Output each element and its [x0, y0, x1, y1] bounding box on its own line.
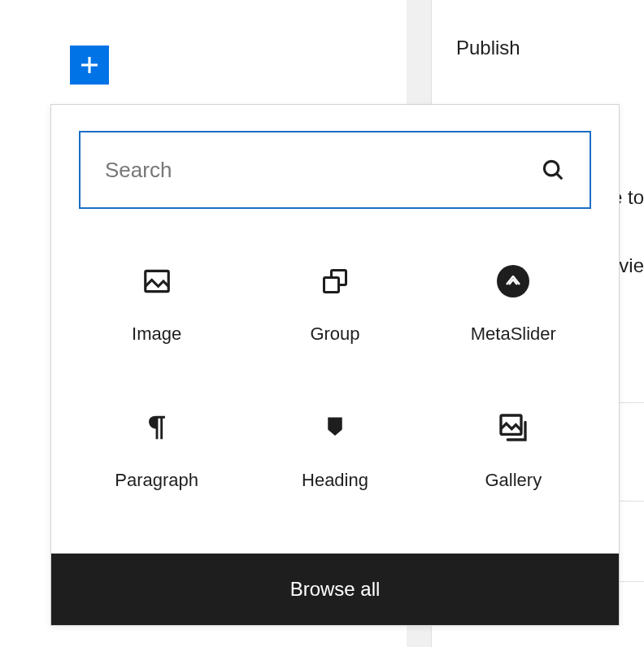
block-item-metaslider[interactable]: MetaSlider — [424, 232, 603, 378]
heading-icon — [319, 411, 351, 444]
plus-icon — [77, 53, 102, 77]
block-item-paragraph[interactable]: Paragraph — [67, 378, 246, 524]
block-label: Image — [132, 324, 181, 345]
block-label: Group — [310, 324, 359, 345]
block-item-group[interactable]: Group — [246, 232, 424, 378]
search-icon — [541, 158, 565, 182]
blocks-grid: Image Group MetaSlider — [51, 209, 619, 524]
metaslider-icon — [497, 265, 529, 297]
publish-label[interactable]: Publish — [432, 0, 644, 96]
block-label: Heading — [302, 470, 368, 491]
paragraph-icon — [141, 411, 173, 444]
browse-all-button[interactable]: Browse all — [51, 554, 619, 625]
block-item-heading[interactable]: Heading — [246, 378, 424, 524]
gallery-icon — [497, 411, 529, 444]
block-label: Paragraph — [115, 470, 198, 491]
image-icon — [141, 265, 173, 297]
svg-line-3 — [556, 173, 562, 179]
group-icon — [319, 265, 351, 297]
svg-rect-6 — [324, 278, 338, 293]
block-label: MetaSlider — [471, 324, 556, 345]
sidebar-truncated-text: vie — [619, 254, 644, 277]
svg-point-2 — [544, 161, 559, 176]
block-label: Gallery — [485, 470, 542, 491]
search-input[interactable] — [105, 158, 541, 183]
block-item-gallery[interactable]: Gallery — [424, 378, 603, 524]
add-block-button[interactable] — [70, 46, 109, 85]
search-box[interactable] — [79, 131, 591, 209]
block-inserter-panel: Image Group MetaSlider — [50, 104, 620, 626]
block-item-image[interactable]: Image — [67, 232, 246, 378]
